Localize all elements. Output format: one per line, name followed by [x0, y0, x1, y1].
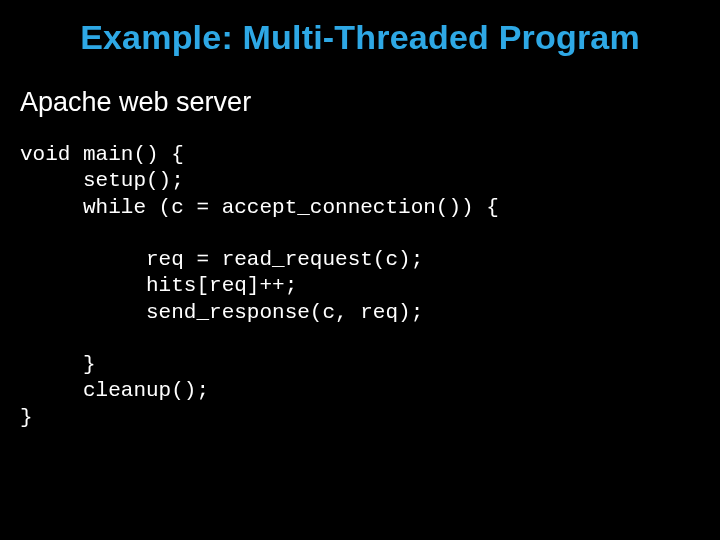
slide-subtitle: Apache web server	[20, 87, 690, 118]
slide-title: Example: Multi-Threaded Program	[30, 18, 690, 57]
code-block: void main() { setup(); while (c = accept…	[20, 142, 690, 431]
slide: Example: Multi-Threaded Program Apache w…	[0, 0, 720, 540]
